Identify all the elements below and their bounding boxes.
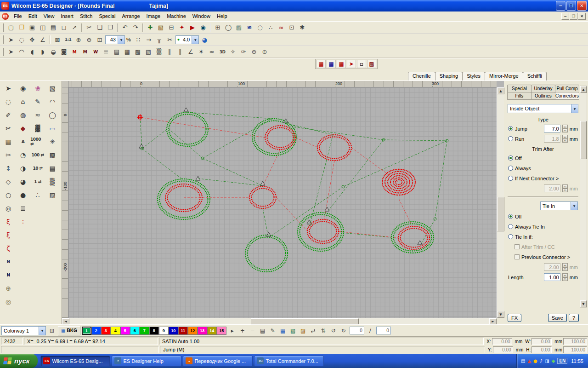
tab-styles[interactable]: Styles [462, 72, 485, 80]
save-design[interactable]: ▣ [27, 23, 37, 32]
input-c-tool[interactable]: ◒ [48, 47, 58, 57]
toolbar-grip[interactable] [2, 48, 4, 56]
vertical-scroll-thumb[interactable] [497, 197, 504, 231]
connector-line[interactable] [343, 233, 391, 237]
stitch-circle-red[interactable] [307, 219, 339, 243]
3d-warp[interactable]: 3D [217, 47, 227, 57]
trim-always-radio[interactable] [508, 166, 513, 171]
stitch-mark-tool[interactable]: ∶ [16, 215, 30, 228]
shield-icon[interactable]: ▲ [527, 358, 531, 363]
edit-colors[interactable]: ✎ [268, 326, 277, 335]
stitch-player[interactable]: ▶ [187, 23, 198, 32]
satin-tool[interactable]: ◆ [16, 122, 30, 134]
show-outlines[interactable]: ◌ [255, 23, 265, 32]
cross-stitch[interactable]: ▩ [133, 47, 143, 57]
color-swatch-5[interactable]: 5 [120, 327, 130, 335]
picture-view-1[interactable]: ▧ [288, 326, 298, 335]
more-colors-arrow[interactable]: ▸ [228, 326, 237, 335]
start-button[interactable]: пуск [0, 354, 38, 368]
motif-fill[interactable]: W [90, 47, 101, 57]
digitize-run[interactable]: ➤ [6, 47, 16, 57]
contour-fill[interactable]: ≡ [101, 47, 111, 57]
color-swatch-4[interactable]: 4 [111, 327, 120, 335]
stamp-pattern-red[interactable]: ▦ [317, 60, 326, 68]
pattern-stamp-tool[interactable]: ▩ [45, 149, 60, 161]
show-stitches[interactable]: ≋ [244, 23, 254, 32]
tab-mirror-merge[interactable]: Mirror-Merge [485, 72, 523, 80]
satin-stitch[interactable]: M [69, 47, 79, 57]
connector-line[interactable] [198, 178, 263, 186]
taskbar-task[interactable]: ◒Переводчик Google ... [183, 356, 253, 367]
spacing-tool[interactable]: ↕ [1, 162, 16, 174]
taskbar-task[interactable]: ?ES Designer Help [112, 356, 181, 367]
jump-connector[interactable]: → [144, 35, 154, 45]
travel-1[interactable]: 1 ⇄ [30, 175, 45, 188]
tab-outlines[interactable]: Outlines [531, 92, 555, 100]
zoom-box[interactable]: ⊡ [95, 35, 105, 45]
carving-stamp[interactable]: ▩ [367, 60, 376, 68]
shade-tool[interactable]: ▨ [45, 189, 60, 201]
color-swatch-13[interactable]: 13 [198, 327, 207, 335]
complex-fill-tool[interactable]: ◙ [59, 47, 69, 57]
stitch-circle-red[interactable] [267, 128, 294, 148]
mdi-restore-button[interactable]: ❐ [570, 13, 577, 20]
stitch-circle-red[interactable] [165, 184, 202, 212]
menu-arrange[interactable]: Arrange [119, 12, 143, 20]
tab-pull-comp[interactable]: Pull Comp [555, 85, 579, 92]
true-view[interactable]: ⊡ [287, 23, 297, 32]
stitch-circle-green[interactable] [252, 119, 296, 155]
stitch-circle-red[interactable] [320, 137, 350, 159]
object-start-marker[interactable] [325, 207, 329, 211]
stitch-circle-red[interactable] [168, 186, 200, 210]
scroll-up-icon[interactable]: ▲ [497, 87, 504, 94]
color-swatch-15[interactable]: 15 [217, 327, 226, 335]
close-button[interactable]: ✕ [577, 1, 587, 11]
show-connectors[interactable]: ≈ [276, 23, 286, 32]
connector-line[interactable] [343, 141, 447, 187]
knife-tool[interactable]: ✂ [1, 122, 16, 134]
stitch-circle-green[interactable] [245, 235, 288, 272]
write-to-machine[interactable]: ◫ [38, 23, 48, 32]
print-colorway[interactable]: ▤ [258, 326, 267, 335]
travel-1000[interactable]: 1000 ⇄ [30, 135, 45, 148]
toolbar-grip[interactable] [2, 23, 4, 32]
trim-tool[interactable]: ✂ [1, 149, 16, 161]
travel-10[interactable]: 10 ⇄ [30, 162, 45, 174]
freehand-tool[interactable]: ✎ [30, 95, 45, 108]
select-tool[interactable]: ➤ [1, 82, 16, 94]
polygon-select-tool[interactable]: ◌ [17, 35, 27, 45]
taskbar-task[interactable]: ESWilcom ES-65 Desig... [40, 356, 110, 367]
reshape-object[interactable]: ✥ [27, 35, 37, 45]
remove-overlap-tool[interactable]: ◕ [16, 175, 30, 188]
mirror-vertical[interactable]: ⇅ [319, 326, 328, 335]
menu-special[interactable]: Special [96, 12, 119, 20]
tie-always-tie-in-radio[interactable] [508, 224, 513, 229]
stitch-circle-red[interactable] [398, 226, 430, 249]
connector-line[interactable] [203, 158, 263, 186]
toolbar-grip[interactable] [2, 35, 4, 44]
show-grid[interactable]: ⊞ [213, 23, 223, 32]
texture-tool[interactable]: ▒ [45, 175, 60, 188]
print[interactable]: ▤ [48, 23, 58, 32]
jump-radio[interactable] [508, 126, 513, 131]
scan-image[interactable]: ⊟ [166, 23, 176, 32]
picture-view-2[interactable]: ▨ [299, 326, 308, 335]
star-pattern-tool[interactable]: ✳ [45, 135, 60, 148]
lettering-tool[interactable]: A [16, 135, 30, 148]
open-curve-tool[interactable]: ○ [1, 189, 16, 201]
vertical-scrollbar[interactable]: ▲ ▼ [497, 87, 504, 318]
updates-icon[interactable]: ● [533, 358, 537, 363]
tab-special[interactable]: Special [507, 85, 531, 92]
keyboard-layout-icon[interactable]: ▤ [521, 358, 525, 363]
undo[interactable]: ↶ [120, 23, 130, 32]
color-swatch-12[interactable]: 12 [188, 327, 198, 335]
insert-image[interactable]: ▧ [156, 23, 166, 32]
weave-tool[interactable]: ▤ [45, 162, 60, 174]
tab-underlay[interactable]: Underlay [531, 85, 555, 92]
fur-stitch-tool[interactable]: ≣ [16, 202, 30, 214]
laydown[interactable]: ⊝ [249, 47, 259, 57]
color-swatch-6[interactable]: 6 [130, 327, 140, 335]
object-start-marker[interactable] [283, 119, 288, 123]
chevron-down-icon[interactable]: ▼ [192, 36, 198, 44]
options[interactable]: ✱ [297, 23, 307, 32]
